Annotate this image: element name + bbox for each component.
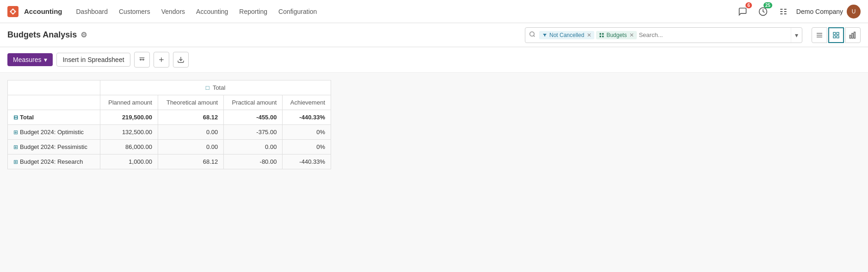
table-row: ⊟Total219,500.0068.12-455.00-440.33% (8, 110, 331, 125)
remove-not-cancelled-button[interactable]: ✕ (587, 32, 591, 38)
col-planned-amount: Planned amount (100, 95, 158, 110)
nav-customers[interactable]: Customers (114, 5, 155, 18)
svg-rect-6 (602, 33, 604, 35)
filter-budgets[interactable]: Budgets ✕ (596, 31, 637, 39)
toolbar: Measures ▾ Insert in Spreadsheet (0, 47, 868, 73)
pivot-container: □ Total Planned amount Theoretical amoun… (0, 73, 868, 177)
page-title-area: Budgets Analysis ⚙ (7, 30, 87, 40)
svg-rect-5 (600, 33, 602, 35)
data-cell: 0.00 (224, 140, 283, 155)
col-theoretical-amount: Theoretical amount (158, 95, 223, 110)
row-label-text: Budget 2024: Pessimistic (20, 143, 87, 150)
search-bar: Not Cancelled ✕ Budgets ✕ ▾ (525, 27, 802, 43)
nav-dashboard[interactable]: Dashboard (72, 5, 113, 18)
data-cell: -455.00 (224, 110, 283, 125)
data-cell: 1,000.00 (100, 155, 158, 169)
pivot-view-icon (832, 31, 840, 39)
row-label-text: Total (20, 114, 34, 121)
apps-icon (779, 7, 788, 16)
plus-icon (158, 56, 165, 63)
search-input[interactable] (637, 31, 791, 38)
col-header-empty (8, 95, 100, 110)
filter-columns-icon (138, 56, 146, 63)
data-cell: 219,500.00 (100, 110, 158, 125)
svg-rect-16 (850, 35, 851, 38)
measures-arrow-icon: ▾ (44, 56, 47, 63)
pivot-table: □ Total Planned amount Theoretical amoun… (7, 80, 331, 169)
odoo-logo-icon (7, 6, 18, 17)
expand-row-icon[interactable]: ⊞ (13, 159, 18, 165)
svg-line-4 (534, 36, 535, 37)
group-header-total: □ Total (100, 80, 331, 95)
budgets-group-icon (599, 32, 604, 38)
chat-icon (738, 7, 747, 16)
download-button[interactable] (173, 52, 189, 68)
clock-icon (758, 7, 768, 16)
settings-icon[interactable]: ⚙ (80, 31, 87, 39)
activity-button[interactable]: 25 (756, 4, 770, 19)
data-cell: 86,000.00 (100, 140, 158, 155)
list-view-icon (816, 31, 823, 39)
row-label-text: Budget 2024: Research (20, 158, 83, 165)
collapse-row-icon[interactable]: ⊟ (13, 114, 18, 121)
filter-icon (542, 32, 548, 38)
expand-row-icon[interactable]: ⊞ (13, 144, 18, 150)
filter-not-cancelled[interactable]: Not Cancelled ✕ (539, 31, 594, 39)
table-row: ⊞Budget 2024: Research1,000.0068.12-80.0… (8, 155, 331, 169)
chart-view-icon (849, 31, 856, 39)
filter-budgets-label: Budgets (606, 32, 627, 38)
nav-right: 6 25 Demo Company U (735, 4, 861, 19)
data-cell: 0.00 (158, 125, 223, 140)
col-practical-amount: Practical amount (224, 95, 283, 110)
page-title: Budgets Analysis (7, 30, 77, 40)
app-name[interactable]: Accounting (24, 7, 62, 15)
group-header-label: Total (213, 84, 225, 91)
svg-rect-8 (602, 36, 604, 37)
company-selector[interactable]: Demo Company U (796, 5, 861, 19)
svg-rect-17 (852, 33, 853, 38)
row-label-text: Budget 2024: Optimistic (20, 129, 84, 136)
measures-button[interactable]: Measures ▾ (7, 53, 53, 66)
table-row: ⊞Budget 2024: Pessimistic86,000.000.000.… (8, 140, 331, 155)
nav-accounting[interactable]: Accounting (191, 5, 233, 18)
data-cell: -440.33% (283, 155, 331, 169)
data-cell: -440.33% (283, 110, 331, 125)
remove-budgets-button[interactable]: ✕ (629, 32, 634, 38)
chart-view-button[interactable] (845, 27, 861, 43)
svg-rect-15 (837, 36, 839, 38)
pivot-view-button[interactable] (828, 27, 844, 43)
group-expand-icon[interactable]: □ (206, 84, 209, 91)
data-cell: -80.00 (224, 155, 283, 169)
data-cell: 0% (283, 140, 331, 155)
expand-row-icon[interactable]: ⊞ (13, 129, 18, 136)
nav-vendors[interactable]: Vendors (157, 5, 190, 18)
list-view-button[interactable] (812, 27, 827, 43)
view-toggles (812, 27, 861, 43)
filter-not-cancelled-label: Not Cancelled (549, 32, 584, 38)
svg-point-1 (12, 10, 14, 13)
add-measure-button[interactable] (154, 52, 169, 68)
search-dropdown-button[interactable]: ▾ (791, 28, 802, 43)
data-cell: 132,500.00 (100, 125, 158, 140)
messages-button[interactable]: 6 (735, 4, 750, 19)
data-cell: 0.00 (158, 140, 223, 155)
nav-reporting[interactable]: Reporting (234, 5, 272, 18)
top-nav: Accounting Dashboard Customers Vendors A… (0, 0, 868, 23)
insert-spreadsheet-button[interactable]: Insert in Spreadsheet (56, 53, 130, 67)
svg-rect-13 (837, 32, 839, 35)
app-logo[interactable] (7, 6, 18, 17)
data-cell: 68.12 (158, 110, 223, 125)
activity-badge: 25 (763, 2, 772, 8)
svg-point-3 (530, 32, 534, 36)
data-cell: 68.12 (158, 155, 223, 169)
svg-rect-14 (833, 36, 836, 38)
download-icon (177, 56, 185, 63)
table-row: ⊞Budget 2024: Optimistic132,500.000.00-3… (8, 125, 331, 140)
svg-rect-12 (833, 32, 836, 35)
apps-button[interactable] (776, 4, 791, 19)
data-cell: 0% (283, 125, 331, 140)
nav-configuration[interactable]: Configuration (274, 5, 321, 18)
filter-columns-button[interactable] (134, 52, 150, 68)
data-cell: -375.00 (224, 125, 283, 140)
company-name: Demo Company (796, 8, 843, 15)
